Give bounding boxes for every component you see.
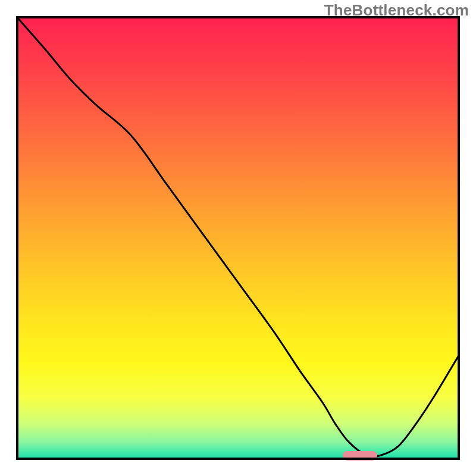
chart-container: TheBottleneck.com — [0, 0, 476, 476]
optimal-marker — [343, 451, 377, 461]
chart-background — [16, 16, 460, 460]
chart-plot — [16, 16, 460, 460]
watermark-text: TheBottleneck.com — [324, 1, 469, 20]
